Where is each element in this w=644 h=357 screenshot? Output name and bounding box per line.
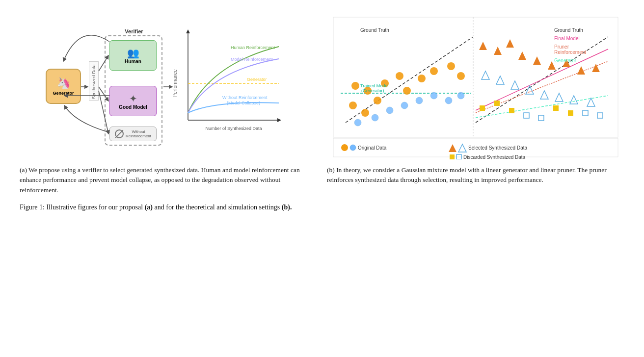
- without-rf-text: Without Reinforcement: [126, 129, 151, 138]
- synth-data-label: Synthesized Data: [89, 61, 99, 101]
- svg-text:Model Reinforcement: Model Reinforcement: [231, 57, 273, 62]
- svg-text:Ground Truth: Ground Truth: [360, 27, 389, 33]
- svg-point-38: [372, 114, 378, 121]
- svg-point-25: [349, 102, 357, 109]
- human-box: 👥 Human: [109, 40, 157, 71]
- slash-line: [115, 130, 124, 138]
- svg-text:Performance: Performance: [172, 69, 178, 98]
- svg-text:Original Data: Original Data: [358, 145, 387, 151]
- diagram-area: 🦄 Generator Synthesized Data Verifier 👥 …: [46, 15, 291, 157]
- svg-text:Reinforcement: Reinforcement: [554, 50, 586, 55]
- svg-rect-66: [568, 110, 573, 116]
- verifier-label: Verifier: [107, 28, 161, 34]
- svg-point-81: [350, 145, 356, 151]
- caption-a-label: (a): [20, 166, 27, 174]
- svg-text:Generator: Generator: [247, 77, 267, 82]
- svg-text:Without Reinforcement: Without Reinforcement: [222, 95, 268, 100]
- left-figure: 🦄 Generator Synthesized Data Verifier 👥 …: [20, 15, 317, 159]
- caption-b: (b) In theory, we consider a Gaussian mi…: [327, 165, 624, 195]
- figure-title-mid: and for the theoretical and simulation s…: [155, 204, 280, 211]
- svg-text:(Model Collapse): (Model Collapse): [227, 101, 260, 105]
- svg-point-32: [403, 87, 411, 95]
- svg-point-35: [447, 62, 455, 70]
- svg-point-41: [416, 97, 423, 104]
- svg-point-37: [354, 119, 361, 126]
- scatter-chart: Ground Truth Ground Truth Final Model Pr…: [331, 15, 620, 159]
- svg-point-42: [430, 92, 437, 99]
- figure-caption: Figure 1: Illustrative figures for our p…: [20, 202, 624, 212]
- svg-text:Generator: Generator: [554, 58, 577, 63]
- svg-point-80: [341, 144, 348, 151]
- svg-point-36: [457, 72, 465, 80]
- caption-b-label: (b): [327, 166, 335, 174]
- caption-a-text: We propose using a verifier to select ge…: [20, 166, 300, 194]
- right-figure: Ground Truth Ground Truth Final Model Pr…: [327, 15, 624, 159]
- svg-rect-64: [509, 108, 514, 113]
- captions-row: (a) We propose using a verifier to selec…: [20, 165, 624, 195]
- svg-marker-7: [186, 29, 190, 33]
- main-container: 🦄 Generator Synthesized Data Verifier 👥 …: [0, 0, 644, 357]
- svg-text:Selected Synthesized Data: Selected Synthesized Data: [468, 145, 528, 151]
- without-reinforcement-box: Without Reinforcement: [109, 127, 157, 141]
- caption-b-text: In theory, we consider a Gaussian mixtur…: [327, 166, 607, 183]
- svg-point-28: [351, 82, 359, 90]
- svg-text:Pruner: Pruner: [554, 44, 569, 50]
- svg-point-40: [401, 102, 408, 109]
- svg-point-43: [445, 97, 452, 104]
- svg-text:Discarded Synthesized Data: Discarded Synthesized Data: [463, 154, 526, 159]
- svg-rect-63: [494, 101, 500, 106]
- svg-point-39: [386, 107, 393, 114]
- figure-title-prefix: Figure 1: Illustrative figures for our p…: [20, 204, 143, 211]
- figures-row: 🦄 Generator Synthesized Data Verifier 👥 …: [20, 15, 624, 159]
- generator-box: 🦄 Generator: [46, 69, 81, 104]
- svg-marker-8: [277, 118, 281, 122]
- human-icon: 👥: [127, 47, 139, 59]
- gpt-icon: ✦: [129, 93, 137, 104]
- svg-text:Trained Model: Trained Model: [360, 83, 388, 88]
- good-model-box: ✦ Good Model: [109, 86, 157, 116]
- svg-point-31: [396, 72, 403, 80]
- svg-point-26: [361, 109, 369, 117]
- figure-bold-b: (b).: [282, 204, 292, 211]
- caption-a: (a) We propose using a verifier to selec…: [20, 165, 317, 195]
- figure-bold-a: (a): [145, 204, 153, 211]
- svg-point-44: [457, 92, 464, 99]
- svg-point-27: [374, 97, 381, 104]
- slash-circle-icon: [115, 129, 124, 138]
- svg-rect-86: [450, 154, 455, 159]
- good-model-label: Good Model: [119, 104, 147, 110]
- svg-text:Ground Truth: Ground Truth: [554, 27, 583, 33]
- svg-rect-62: [480, 105, 485, 111]
- generator-label: Generator: [53, 91, 74, 96]
- svg-text:Human Reinforcement: Human Reinforcement: [231, 45, 275, 50]
- svg-text:(Generator): (Generator): [361, 88, 384, 93]
- svg-point-34: [430, 67, 438, 75]
- generator-icon: 🦄: [57, 77, 70, 90]
- svg-text:Final Model: Final Model: [554, 36, 580, 41]
- svg-point-33: [418, 75, 426, 82]
- svg-text:Number of Synthesized Data: Number of Synthesized Data: [205, 126, 262, 131]
- svg-rect-65: [553, 105, 559, 111]
- human-label: Human: [125, 59, 141, 64]
- performance-chart: Performance Number of Synthesized Data H…: [171, 25, 284, 140]
